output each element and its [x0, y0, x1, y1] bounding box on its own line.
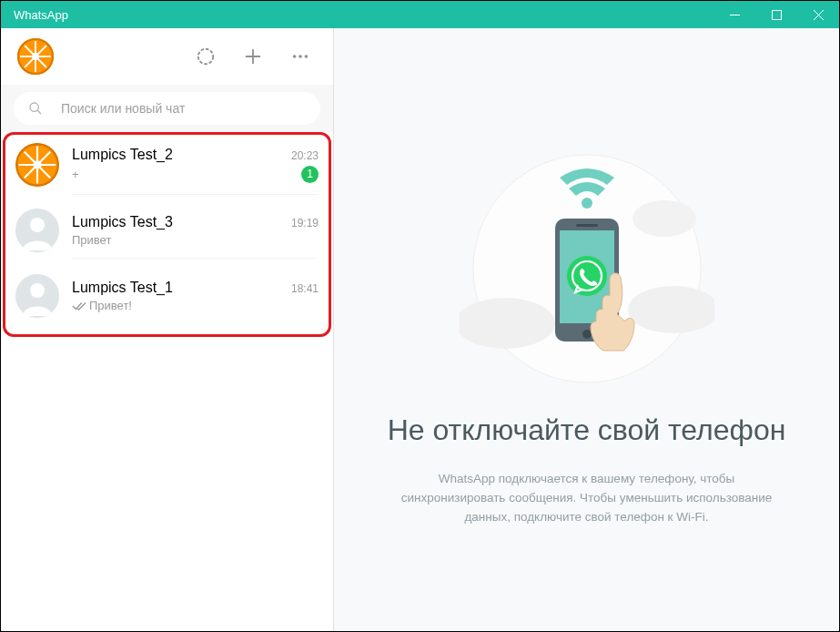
svg-point-16	[299, 55, 302, 58]
svg-point-39	[582, 198, 592, 209]
chat-preview: Привет	[72, 233, 111, 247]
svg-point-15	[293, 55, 297, 58]
menu-icon[interactable]	[289, 46, 311, 67]
chat-list: Lumpics Test_220:23 +1 Lumpics Test_319:…	[1, 132, 333, 631]
double-check-icon	[72, 301, 86, 311]
svg-point-14	[198, 49, 214, 65]
chat-avatar	[15, 209, 59, 252]
titlebar: WhatsApp	[1, 1, 839, 28]
svg-point-36	[460, 298, 555, 349]
maximize-button[interactable]	[755, 1, 797, 28]
chat-avatar	[15, 143, 59, 187]
new-chat-icon[interactable]	[242, 46, 264, 67]
chat-time: 19:19	[291, 217, 319, 229]
intro-subtitle: WhatsApp подключается к вашему телефону,…	[387, 470, 787, 527]
svg-rect-43	[576, 224, 598, 227]
search-input[interactable]	[61, 101, 306, 116]
svg-point-38	[633, 200, 696, 237]
svg-point-42	[582, 330, 592, 339]
chat-time: 18:41	[291, 282, 319, 295]
svg-rect-0	[730, 15, 740, 15]
svg-point-18	[30, 103, 38, 111]
chat-time: 20:23	[291, 149, 319, 162]
chat-avatar	[15, 274, 59, 318]
svg-point-34	[30, 283, 45, 298]
sidebar: Lumpics Test_220:23 +1 Lumpics Test_319:…	[1, 28, 333, 631]
search-icon	[28, 101, 43, 116]
search-container	[1, 85, 333, 132]
minimize-button[interactable]	[713, 1, 755, 28]
status-icon[interactable]	[195, 46, 217, 67]
chat-name: Lumpics Test_1	[72, 280, 173, 296]
intro-panel: Не отключайте свой телефон WhatsApp подк…	[333, 28, 839, 631]
profile-avatar[interactable]	[17, 38, 54, 75]
search-box[interactable]	[14, 92, 320, 125]
chat-name: Lumpics Test_3	[72, 214, 173, 230]
window-title: WhatsApp	[14, 8, 68, 22]
chat-item[interactable]: Lumpics Test_220:23 +1	[1, 132, 333, 198]
chat-preview: +	[72, 168, 79, 181]
intro-title: Не отключайте свой телефон	[388, 413, 786, 447]
chat-item[interactable]: Lumpics Test_319:19 Привет	[1, 198, 333, 263]
sidebar-header	[1, 28, 333, 85]
chat-preview: Привет!	[72, 299, 132, 312]
unread-badge: 1	[301, 166, 319, 183]
svg-point-17	[305, 55, 309, 58]
close-button[interactable]	[797, 1, 839, 28]
window-controls	[713, 1, 839, 28]
svg-line-19	[37, 110, 41, 114]
intro-illustration	[460, 132, 714, 387]
chat-name: Lumpics Test_2	[72, 147, 173, 163]
svg-point-32	[30, 218, 45, 232]
chat-item[interactable]: Lumpics Test_118:41 Привет!	[1, 263, 333, 329]
svg-rect-1	[772, 10, 781, 19]
